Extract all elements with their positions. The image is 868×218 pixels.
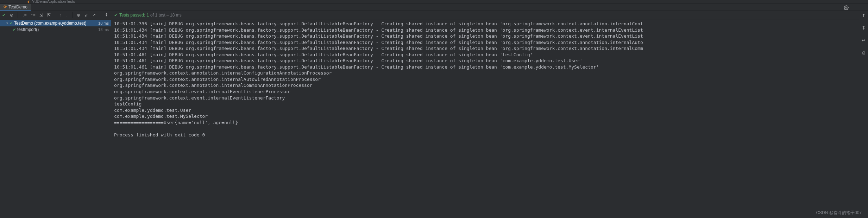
tool-tab-testdemo[interactable]: ⟳ TestDemo [0,4,31,11]
status-prefix: Tests passed: [119,13,145,18]
gear-icon[interactable] [843,5,849,11]
test-tree: ▾ ✔ TestDemo (com.example.yddemo.test) 1… [0,19,111,218]
print-icon[interactable]: ⎙ [862,50,865,55]
class-icon: ◐ [27,0,31,4]
console-output[interactable]: 10:51:01.336 [main] DEBUG org.springfram… [111,19,868,218]
status-rest: of 1 test – 18 ms [150,13,182,18]
test-class-label: TestDemo (com.example.yddemo.test) [14,21,86,26]
test-method-row[interactable]: ✔ testImport() 18 ms [0,26,111,33]
next-icon[interactable]: ↓ [66,12,68,18]
tool-tab-label: TestDemo [8,5,27,9]
sort-down-icon[interactable]: ↓≡ [22,12,26,18]
editor-top-tab-bar: ◐ YdDemoApplicationTests [0,0,868,4]
top-tab-label: YdDemoApplicationTests [32,0,75,4]
chevron-down-icon: ▾ [6,21,8,25]
check-icon: ✔ [114,12,118,18]
console-right-gutter: ↥ ↧ ↩ ⎙ [859,11,868,218]
test-class-time: 18 ms [98,21,109,25]
test-method-label: testImport() [17,27,39,32]
scroll-down-icon[interactable]: ↧ [862,25,866,31]
show-passed-icon[interactable]: ✔ [2,12,6,18]
soft-wrap-icon[interactable]: ↩ [862,38,866,43]
test-method-time: 18 ms [98,27,109,32]
test-class-row[interactable]: ▾ ✔ TestDemo (com.example.yddemo.test) 1… [0,20,111,26]
minimize-icon[interactable]: — [853,5,858,11]
import-icon[interactable]: ↙ [84,12,88,18]
export-icon[interactable]: ↗ [92,12,96,18]
test-history-icon[interactable]: ⊕ [77,12,80,18]
settings-icon[interactable] [104,12,109,18]
collapse-all-icon[interactable]: ⇱ [47,12,51,18]
test-tree-panel: ✔ ⊘ ↓≡ ↑≡ ⇲ ⇱ ↑ ↓ ⊕ ↙ ↗ ▾ ✔ TestD [0,11,111,218]
svg-point-0 [845,7,847,8]
show-ignored-icon[interactable]: ⊘ [10,12,13,18]
check-icon: ✔ [13,27,16,32]
run-tab-icon: ⟳ [4,5,7,9]
check-icon: ✔ [10,21,13,26]
console-header: ✔ Tests passed: 1 of 1 test – 18 ms [111,11,868,19]
scroll-up-icon[interactable]: ↥ [862,13,866,18]
editor-top-tab[interactable]: ◐ YdDemoApplicationTests [25,0,78,4]
prev-icon[interactable]: ↑ [59,12,62,18]
tool-tab-bar: ⟳ TestDemo [0,4,868,11]
watermark: CSDN @奋斗的袍子007 [816,210,862,216]
test-toolbar: ✔ ⊘ ↓≡ ↑≡ ⇲ ⇱ ↑ ↓ ⊕ ↙ ↗ [0,11,111,19]
console-panel: ✔ Tests passed: 1 of 1 test – 18 ms 10:5… [111,11,868,218]
sort-up-icon[interactable]: ↑≡ [31,12,35,18]
expand-all-icon[interactable]: ⇲ [39,12,43,18]
status-count: 1 [146,13,149,18]
